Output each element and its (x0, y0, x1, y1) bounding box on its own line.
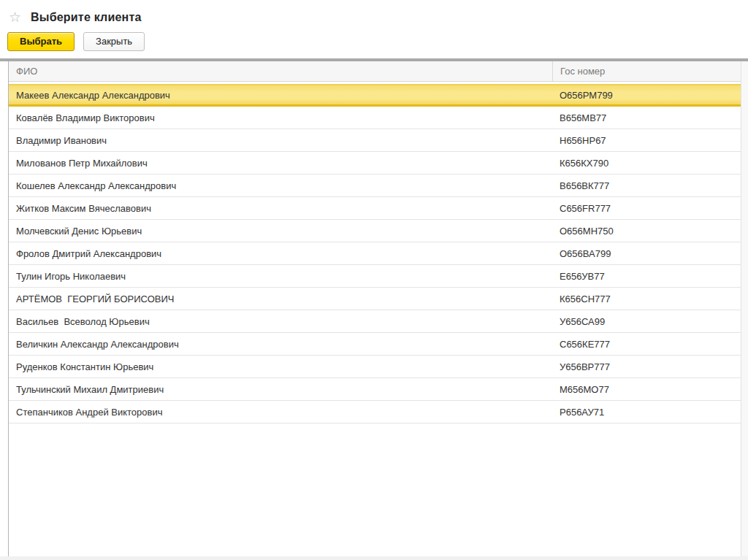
table-row[interactable]: Руденков Константин ЮрьевичУ656ВР777 (9, 356, 748, 378)
title-bar: ☆ Выберите клиента (0, 0, 748, 28)
cell-fio: Кошелев Александр Александрович (9, 174, 552, 196)
table-grid: ФИО Гос номер Макеев Александр Александр… (8, 61, 748, 556)
table-row[interactable]: Васильев Всеволод ЮрьевичУ656СА99 (9, 310, 748, 333)
cell-gos-nomer: С656FR777 (552, 197, 748, 219)
cell-fio: Ковалёв Владимир Викторович (9, 107, 552, 129)
command-bar: Выбрать Закрыть (0, 28, 748, 55)
cell-gos-nomer: Н656НР67 (552, 129, 748, 151)
cell-gos-nomer: В656ВК777 (552, 174, 748, 196)
column-header-fio[interactable]: ФИО (9, 61, 552, 81)
table-body: Макеев Александр АлександровичО656РМ799К… (9, 84, 748, 423)
table-row[interactable]: Милованов Петр МихайловичК656КХ790 (9, 152, 748, 174)
cell-fio: Молчевский Денис Юрьевич (9, 220, 552, 242)
table-row[interactable]: Фролов Дмитрий АлександровичО656ВА799 (9, 242, 748, 265)
bottom-strip (0, 556, 748, 560)
cell-fio: АРТЁМОВ ГЕОРГИЙ БОРИСОВИЧ (9, 288, 552, 310)
table-row[interactable]: Житков Максим ВячеславовичС656FR777 (9, 197, 748, 220)
cell-gos-nomer: С656КЕ777 (552, 333, 748, 355)
cell-gos-nomer: М656МО77 (552, 378, 748, 400)
cell-gos-nomer: Е656УВ77 (552, 265, 748, 287)
cell-gos-nomer: К656СН777 (552, 288, 748, 310)
select-button[interactable]: Выбрать (7, 32, 75, 51)
favorite-star-icon[interactable]: ☆ (9, 10, 21, 24)
vertical-scrollbar[interactable] (741, 61, 748, 556)
cell-gos-nomer: О656МН750 (552, 220, 748, 242)
cell-gos-nomer: У656СА99 (552, 310, 748, 332)
cell-fio: Владимир Иванович (9, 129, 552, 151)
cell-fio: Фролов Дмитрий Александрович (9, 242, 552, 264)
table-row[interactable]: Кошелев Александр АлександровичВ656ВК777 (9, 174, 748, 197)
cell-fio: Васильев Всеволод Юрьевич (9, 310, 552, 332)
cell-fio: Руденков Константин Юрьевич (9, 356, 552, 377)
cell-fio: Милованов Петр Михайлович (9, 152, 552, 174)
table-row[interactable]: АРТЁМОВ ГЕОРГИЙ БОРИСОВИЧК656СН777 (9, 288, 748, 310)
table-row[interactable]: Степанчиков Андрей ВикторовичР656АУ71 (9, 401, 748, 423)
close-button[interactable]: Закрыть (83, 32, 145, 51)
cell-gos-nomer: В656МВ77 (552, 107, 748, 129)
cell-fio: Степанчиков Андрей Викторович (9, 401, 552, 423)
column-header-gos-nomer[interactable]: Гос номер (552, 61, 748, 81)
table-row[interactable]: Величкин Александр АлександровичС656КЕ77… (9, 333, 748, 356)
table-row[interactable]: Молчевский Денис ЮрьевичО656МН750 (9, 220, 748, 242)
page-title: Выберите клиента (31, 11, 142, 24)
cell-gos-nomer: К656КХ790 (552, 152, 748, 174)
table-row[interactable]: Тульчинский Михаил ДмитриевичМ656МО77 (9, 378, 748, 401)
cell-fio: Величкин Александр Александрович (9, 333, 552, 355)
cell-gos-nomer: О656ВА799 (552, 242, 748, 264)
cell-gos-nomer: Р656АУ71 (552, 401, 748, 423)
table-header-row: ФИО Гос номер (9, 61, 748, 82)
table-row[interactable]: Владимир ИвановичН656НР67 (9, 129, 748, 152)
client-table: ФИО Гос номер Макеев Александр Александр… (0, 58, 748, 556)
table-row[interactable]: Тулин Игорь НиколаевичЕ656УВ77 (9, 265, 748, 288)
cell-fio: Тульчинский Михаил Дмитриевич (9, 378, 552, 400)
cell-fio: Житков Максим Вячеславович (9, 197, 552, 219)
table-row[interactable]: Ковалёв Владимир ВикторовичВ656МВ77 (9, 107, 748, 129)
table-row[interactable]: Макеев Александр АлександровичО656РМ799 (9, 84, 748, 107)
cell-gos-nomer: О656РМ799 (552, 85, 748, 104)
cell-fio: Тулин Игорь Николаевич (9, 265, 552, 287)
cell-gos-nomer: У656ВР777 (552, 356, 748, 377)
cell-fio: Макеев Александр Александрович (9, 85, 552, 104)
